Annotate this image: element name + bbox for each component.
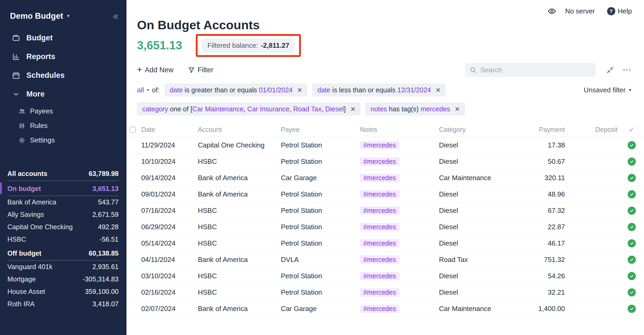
close-icon[interactable]: ×	[436, 86, 440, 94]
note-tag[interactable]: #mercedes	[360, 256, 399, 264]
cleared-check-icon[interactable]	[628, 141, 636, 149]
cell-category[interactable]: Diesel	[437, 239, 522, 247]
cell-account[interactable]: HSBC	[196, 239, 279, 247]
help-button[interactable]: ? Help	[607, 7, 632, 15]
note-tag[interactable]: #mercedes	[360, 190, 399, 198]
more-menu-icon[interactable]: •••	[623, 67, 632, 73]
cell-payee[interactable]: Car Garage	[279, 174, 358, 182]
table-row[interactable]: 02/07/2024Bank of AmericaCar Garage#merc…	[126, 301, 644, 317]
note-tag[interactable]: #mercedes	[360, 288, 399, 296]
cell-account[interactable]: HSBC	[196, 288, 279, 296]
cell-notes[interactable]: #mercedes	[358, 256, 437, 264]
filter-condition-category[interactable]: category one of [Car Maintenance, Car In…	[137, 102, 360, 116]
cell-date[interactable]: 07/16/2024	[140, 207, 196, 215]
cell-notes[interactable]: #mercedes	[358, 288, 437, 296]
sidebar-item-more[interactable]: More	[7, 85, 119, 103]
cell-account[interactable]: HSBC	[196, 272, 279, 280]
cell-account[interactable]: Capital One Checking	[196, 141, 279, 149]
cell-payee[interactable]: Car Garage	[279, 305, 358, 313]
sidebar-section-all-accounts[interactable]: All accounts63,789.98	[7, 166, 119, 181]
cell-payee[interactable]: Petrol Station	[279, 239, 358, 247]
cell-category[interactable]: Diesel	[437, 141, 522, 149]
cell-category[interactable]: Diesel	[437, 223, 522, 231]
cell-payment[interactable]: 751.32	[522, 256, 567, 264]
column-header-deposit[interactable]: Deposit	[567, 126, 619, 133]
cleared-check-icon[interactable]	[628, 256, 636, 264]
sidebar-item-settings[interactable]: Settings	[7, 133, 119, 147]
cell-date[interactable]: 02/16/2024	[140, 288, 196, 296]
sidebar-account-roth-ira[interactable]: Roth IRA3,418.07	[7, 298, 119, 310]
note-tag[interactable]: #mercedes	[360, 239, 399, 247]
cell-payee[interactable]: Petrol Station	[279, 141, 358, 149]
table-row[interactable]: 04/11/2024Bank of AmericaDVLA#mercedesRo…	[126, 252, 644, 268]
cell-notes[interactable]: #mercedes	[358, 157, 437, 166]
cell-payment[interactable]: 50.67	[522, 157, 567, 166]
cell-date[interactable]: 11/29/2024	[140, 141, 196, 149]
cell-date[interactable]: 09/14/2024	[140, 174, 196, 182]
table-row[interactable]: 02/16/2024HSBCPetrol Station#mercedesDie…	[126, 284, 644, 301]
cleared-check-icon[interactable]	[628, 207, 636, 215]
sidebar-account-mortgage[interactable]: Mortgage-305,314.83	[7, 273, 119, 285]
cell-date[interactable]: 10/10/2024	[140, 157, 196, 166]
column-header-payee[interactable]: Payee	[279, 126, 358, 133]
cell-payee[interactable]: DVLA	[279, 256, 358, 264]
cell-payee[interactable]: Petrol Station	[279, 272, 358, 280]
cell-category[interactable]: Car Maintenance	[437, 305, 522, 313]
cleared-check-icon[interactable]	[628, 272, 636, 280]
server-status[interactable]: No server	[565, 7, 595, 15]
cell-account[interactable]: HSBC	[196, 223, 279, 231]
sidebar-account-house-asset[interactable]: House Asset359,100.00	[7, 285, 119, 298]
table-row[interactable]: 05/14/2024HSBCPetrol Station#mercedesDie…	[126, 235, 644, 252]
table-row[interactable]: 03/10/2024HSBCPetrol Station#mercedesDie…	[126, 268, 644, 284]
sidebar-account-vanguard-401k[interactable]: Vanguard 401k2,935.61	[7, 261, 119, 273]
cell-payment[interactable]: 320.11	[522, 174, 567, 182]
filter-button[interactable]: Filter	[188, 66, 213, 74]
cell-account[interactable]: Bank of America	[196, 190, 279, 198]
cell-notes[interactable]: #mercedes	[358, 174, 437, 182]
cell-category[interactable]: Road Tax	[437, 256, 522, 264]
cleared-check-icon[interactable]	[628, 239, 636, 247]
cell-notes[interactable]: #mercedes	[358, 207, 437, 215]
note-tag[interactable]: #mercedes	[360, 272, 399, 280]
cell-date[interactable]: 06/29/2024	[140, 223, 196, 231]
cell-account[interactable]: HSBC	[196, 207, 279, 215]
sidebar-item-budget[interactable]: Budget	[7, 28, 119, 47]
close-icon[interactable]: ×	[297, 86, 302, 94]
filter-condition-notes[interactable]: notes has tag(s) mercedes×	[365, 102, 465, 116]
cell-category[interactable]: Diesel	[437, 157, 522, 166]
cell-category[interactable]: Diesel	[437, 207, 522, 215]
sidebar-collapse-icon[interactable]: «	[113, 11, 119, 21]
cell-payment[interactable]: 1,400.00	[522, 305, 567, 313]
cell-date[interactable]: 09/01/2024	[140, 190, 196, 198]
table-row[interactable]: 06/29/2024HSBCPetrol Station#mercedesDie…	[126, 219, 644, 235]
cell-notes[interactable]: #mercedes	[358, 223, 437, 231]
cleared-check-icon[interactable]	[628, 305, 636, 313]
cell-payment[interactable]: 46.17	[522, 239, 567, 247]
cell-payee[interactable]: Petrol Station	[279, 223, 358, 231]
cell-notes[interactable]: #mercedes	[358, 305, 437, 313]
check-icon[interactable]: ✓	[629, 126, 635, 134]
cell-notes[interactable]: #mercedes	[358, 190, 437, 198]
sidebar-item-payees[interactable]: Payees	[7, 104, 119, 118]
cell-account[interactable]: Bank of America	[196, 256, 279, 264]
cell-notes[interactable]: #mercedes	[358, 272, 437, 280]
cell-category[interactable]: Diesel	[437, 272, 522, 280]
sidebar-account-ally-savings[interactable]: Ally Savings2,671.59	[7, 208, 119, 221]
cell-payment[interactable]: 17.38	[522, 141, 567, 149]
cell-payee[interactable]: Petrol Station	[279, 207, 358, 215]
table-row[interactable]: 09/01/2024Bank of AmericaPetrol Station#…	[126, 186, 644, 203]
sidebar-section-off-budget[interactable]: Off budget60,138.85	[7, 246, 119, 261]
cell-payee[interactable]: Petrol Station	[279, 157, 358, 166]
select-all-checkbox[interactable]	[130, 127, 136, 133]
cell-payment[interactable]: 67.32	[522, 207, 567, 215]
note-tag[interactable]: #mercedes	[360, 223, 399, 231]
sidebar-account-capital-one-checking[interactable]: Capital One Checking492.28	[7, 221, 119, 233]
sidebar-item-rules[interactable]: Rules	[7, 118, 119, 133]
search-input[interactable]	[480, 66, 591, 74]
cleared-check-icon[interactable]	[628, 190, 636, 198]
cell-payment[interactable]: 32.21	[522, 288, 567, 296]
cell-payment[interactable]: 54.26	[522, 272, 567, 280]
sidebar-account-bank-of-america[interactable]: Bank of America543.77	[7, 196, 119, 208]
column-header-category[interactable]: Category	[437, 126, 522, 133]
cell-category[interactable]: Diesel	[437, 190, 522, 198]
